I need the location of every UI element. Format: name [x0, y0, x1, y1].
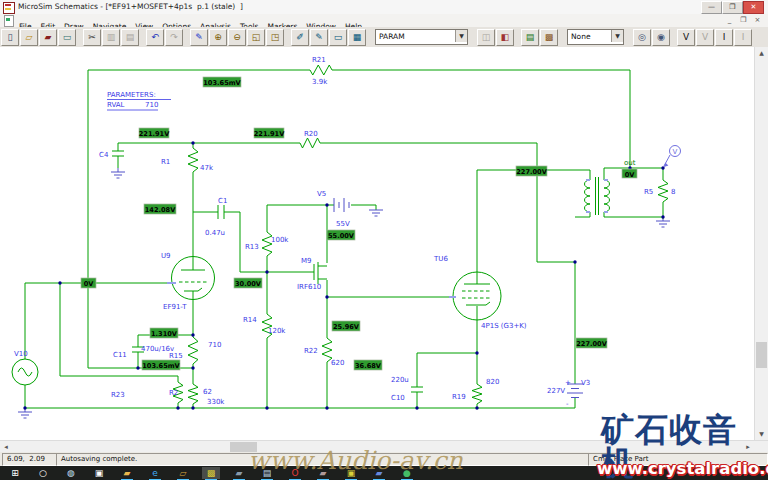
zoom-fit-button[interactable]: ◳	[266, 29, 284, 46]
bias-rail-right: 221.91V	[254, 128, 285, 138]
current-marker-button[interactable]: I	[715, 29, 733, 46]
svg-text:227.00V: 227.00V	[516, 168, 547, 176]
bias-grid: 0V	[81, 278, 96, 288]
bias-anode-tu6: 227.00V	[516, 166, 548, 176]
svg-text:R2: R2	[169, 389, 178, 397]
toolbar-separator	[76, 27, 82, 45]
mdi-restore-button[interactable]: ❐	[737, 15, 750, 26]
zoom-select-button[interactable]: ◎	[633, 29, 651, 46]
edit-symbol-button[interactable]: ▩	[540, 29, 558, 46]
schematic-drawing[interactable]: V PARAMETERS: RVAL 710 C4 R1	[0, 47, 755, 440]
toolbar-separator	[558, 27, 564, 45]
scroll-up-arrow[interactable]: ▲	[755, 47, 768, 59]
svg-text:R5: R5	[644, 188, 653, 196]
part-name-combo[interactable]: PARAM▼	[375, 29, 468, 45]
save-button[interactable]: ▰	[39, 29, 57, 46]
svg-text:221.91V: 221.91V	[254, 130, 285, 138]
toolbar-separator	[139, 27, 145, 45]
svg-text:RVAL: RVAL	[107, 101, 125, 109]
search-icon[interactable]: ○	[34, 467, 52, 479]
audio-watermark: www.Audio-av.cn	[248, 446, 463, 475]
svg-text:EF91-T: EF91-T	[163, 303, 187, 311]
library-button[interactable]: ◧	[496, 29, 514, 46]
microsim-app-icon[interactable]: ▩	[202, 467, 220, 479]
bias-rail-left: 221.91V	[139, 128, 170, 138]
schematic-canvas[interactable]: V PARAMETERS: RVAL 710 C4 R1	[0, 47, 755, 440]
svg-text:221.91V: 221.91V	[139, 130, 170, 138]
start-button[interactable]: ⊞	[6, 467, 24, 479]
svg-text:0V: 0V	[84, 280, 95, 288]
copy-button[interactable]: ▥	[102, 29, 120, 46]
edge-icon[interactable]: e	[146, 467, 164, 479]
bias-feedback-bottom: 103.65mV	[142, 360, 181, 370]
zoom-prev-button[interactable]: ◉	[652, 29, 670, 46]
bias-cathode-tu6: 36.68V	[354, 360, 382, 370]
mdi-close-button[interactable]: ×	[751, 15, 764, 26]
draw-wire-button[interactable]: ✎	[190, 29, 208, 46]
marker-combo[interactable]: None▼	[567, 29, 624, 45]
bias-source: 25.96V	[332, 321, 360, 331]
mdi-minimize-button[interactable]: _	[723, 15, 736, 26]
close-button[interactable]: ✕	[743, 1, 764, 14]
paste-button[interactable]: ▤	[121, 29, 139, 46]
bias-labels[interactable]: 103.65mV 221.91V 221.91V 142.08V 55.00V …	[81, 77, 637, 370]
svg-text:R15: R15	[169, 352, 183, 360]
folder-app-icon[interactable]: ▱	[174, 467, 192, 479]
bias-supply: 227.00V	[576, 338, 608, 348]
voltage-marker-button[interactable]: V	[677, 29, 695, 46]
cortana-icon[interactable]: ◍	[62, 467, 80, 479]
svg-text:710: 710	[145, 101, 158, 109]
batteries-and-grounds[interactable]	[18, 168, 670, 418]
edit-attributes-button[interactable]: ▤	[521, 29, 539, 46]
svg-text:55.00V: 55.00V	[328, 232, 355, 240]
svg-text:55V: 55V	[336, 220, 350, 228]
block-tool-button[interactable]: ▭	[329, 29, 347, 46]
svg-text:C10: C10	[391, 394, 405, 402]
svg-text:103.65mV: 103.65mV	[203, 79, 241, 87]
minimize-button[interactable]: —	[701, 1, 722, 14]
vertical-scroll-thumb[interactable]	[756, 342, 767, 368]
open-button[interactable]: ▱	[20, 29, 38, 46]
voltage-diff-marker-button[interactable]: V	[696, 29, 714, 46]
toolbar-separator	[366, 27, 372, 45]
svg-text:25.96V: 25.96V	[333, 323, 360, 331]
svg-text:R20: R20	[304, 130, 318, 138]
zoom-out-button[interactable]: ⊖	[228, 29, 246, 46]
voltage-probe-marker[interactable]: V	[664, 146, 681, 168]
parameters-block[interactable]: PARAMETERS: RVAL 710	[107, 91, 171, 110]
redo-button[interactable]: ↷	[165, 29, 183, 46]
svg-text:142.08V: 142.08V	[145, 206, 176, 214]
tube-grids	[179, 282, 492, 298]
vertical-scrollbar[interactable]: ▲ ▼	[754, 47, 768, 440]
svg-text:120k: 120k	[268, 327, 286, 335]
zoom-in-button[interactable]: ⊕	[209, 29, 227, 46]
print-button[interactable]: ▭	[58, 29, 76, 46]
maximize-button[interactable]: ❐	[722, 1, 743, 14]
new-button[interactable]: ▯	[1, 29, 19, 46]
svg-text:+: +	[565, 379, 571, 387]
svg-text:-: -	[566, 400, 569, 408]
svg-text:30.00V: 30.00V	[235, 280, 262, 288]
dark-app-icon[interactable]: ▰	[230, 467, 248, 479]
zoom-area-button[interactable]: ◱	[247, 29, 265, 46]
svg-text:8: 8	[671, 188, 675, 196]
current-diff-marker-button[interactable]: I	[734, 29, 752, 46]
window-title: MicroSim Schematics - [*EF91+MOSFET+4p1s…	[18, 2, 243, 11]
get-part-button[interactable]: ▦	[348, 29, 366, 46]
svg-text:V5: V5	[317, 190, 326, 198]
wire-tool-button[interactable]: ✐	[291, 29, 309, 46]
svg-text:R22: R22	[304, 347, 318, 355]
svg-text:PARAMETERS:: PARAMETERS:	[107, 91, 156, 99]
part-name-combo-arrow-icon[interactable]: ▼	[455, 30, 467, 42]
svg-text:V10: V10	[14, 350, 28, 358]
task-view-icon[interactable]: ▣	[90, 467, 108, 479]
marker-combo-arrow-icon[interactable]: ▼	[611, 30, 623, 42]
cut-button[interactable]: ✂	[83, 29, 101, 46]
bus-tool-button[interactable]: ✎	[310, 29, 328, 46]
undo-button[interactable]: ↶	[146, 29, 164, 46]
svg-text:820: 820	[486, 378, 499, 386]
file-explorer-icon[interactable]: ▰	[118, 467, 136, 479]
toolbar-separator	[514, 27, 520, 45]
place-part-button[interactable]: ◫	[477, 29, 495, 46]
svg-text:4P1S (G3+K): 4P1S (G3+K)	[481, 322, 527, 330]
